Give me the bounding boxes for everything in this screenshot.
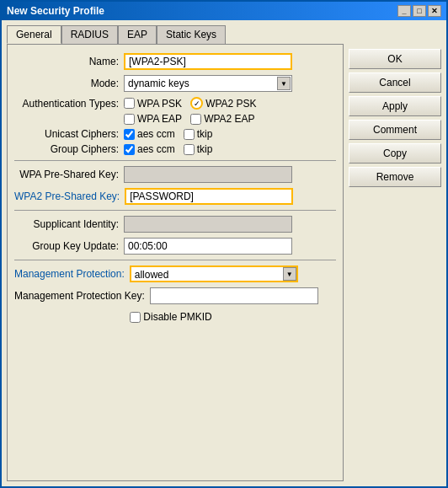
wpa2-psk-group: WPA2 PSK <box>190 97 256 110</box>
title-bar: New Security Profile _ □ ✕ <box>2 2 446 20</box>
name-input[interactable] <box>124 53 292 70</box>
window: New Security Profile _ □ ✕ General RADIU… <box>0 0 448 488</box>
mode-select[interactable]: dynamic keys static keys <box>124 75 292 92</box>
unicast-tkip-checkbox[interactable] <box>184 129 195 140</box>
unicast-ciphers-row: Unicast Ciphers: aes ccm tkip <box>14 128 336 140</box>
unicast-aes-group: aes ccm <box>124 128 175 140</box>
unicast-label: Unicast Ciphers: <box>14 128 124 140</box>
mgmt-protection-key-label: Management Protection Key: <box>14 290 150 302</box>
wpa2-eap-label: WPA2 EAP <box>204 113 254 125</box>
wpa2-psk-input[interactable] <box>125 188 293 205</box>
tab-radius[interactable]: RADIUS <box>61 25 118 44</box>
wpa-psk-group: WPA PSK <box>124 98 182 110</box>
mgmt-protection-select[interactable]: allowed disabled required <box>130 265 298 282</box>
mode-select-wrapper: dynamic keys static keys ▼ <box>124 75 292 92</box>
wpa-eap-label: WPA EAP <box>137 113 182 125</box>
auth-types-row1: Authentication Types: WPA PSK WPA2 PSK <box>14 97 336 110</box>
close-button[interactable]: ✕ <box>428 5 441 17</box>
wpa2-eap-group: WPA2 EAP <box>190 113 254 125</box>
group-aes-label: aes ccm <box>137 143 175 155</box>
mgmt-protection-key-row: Management Protection Key: <box>14 287 336 304</box>
unicast-tkip-group: tkip <box>184 128 213 140</box>
wpa-psk-key-label: WPA Pre-Shared Key: <box>14 169 124 180</box>
title-bar-buttons: _ □ ✕ <box>397 5 441 17</box>
name-row: Name: <box>14 53 336 70</box>
group-tkip-label: tkip <box>197 143 213 155</box>
title-text: New Security Profile <box>7 5 104 17</box>
tab-general[interactable]: General <box>7 25 61 44</box>
mgmt-protection-row: Management Protection: allowed disabled … <box>14 265 336 282</box>
cancel-button[interactable]: Cancel <box>349 72 441 93</box>
wpa-psk-row: WPA Pre-Shared Key: <box>14 166 336 183</box>
wpa-psk-checkbox[interactable] <box>124 98 135 109</box>
wpa2-psk-key-label: WPA2 Pre-Shared Key: <box>14 190 125 202</box>
wpa2-psk-row: WPA2 Pre-Shared Key: <box>14 188 336 205</box>
wpa-psk-label: WPA PSK <box>137 98 182 110</box>
group-ciphers-row: Group Ciphers: aes ccm tkip <box>14 143 336 155</box>
mgmt-protection-key-input[interactable] <box>150 287 318 304</box>
maximize-button[interactable]: □ <box>413 5 426 17</box>
remove-button[interactable]: Remove <box>349 167 441 187</box>
wpa2-psk-label: WPA2 PSK <box>205 98 256 110</box>
minimize-button[interactable]: _ <box>397 5 411 17</box>
wpa2-psk-checkbox[interactable] <box>190 97 203 110</box>
mgmt-protection-label: Management Protection: <box>14 268 130 280</box>
right-panel: OK Cancel Apply Comment Copy Remove <box>349 25 441 481</box>
pmkid-group: Disable PMKID <box>130 311 211 323</box>
name-label: Name: <box>14 56 124 67</box>
separator2 <box>14 210 336 211</box>
apply-button[interactable]: Apply <box>349 96 441 116</box>
group-tkip-group: tkip <box>184 143 213 155</box>
ok-button[interactable]: OK <box>349 49 441 69</box>
disable-pmkid-label: Disable PMKID <box>143 311 211 323</box>
separator1 <box>14 160 336 161</box>
group-key-input[interactable] <box>124 238 292 255</box>
tabs: General RADIUS EAP Static Keys <box>7 25 344 44</box>
copy-button[interactable]: Copy <box>349 143 441 164</box>
auth-types-row2: WPA EAP WPA2 EAP <box>14 113 336 125</box>
content: General RADIUS EAP Static Keys Name: <box>2 20 446 486</box>
group-key-label: Group Key Update: <box>14 240 124 252</box>
supplicant-row: Supplicant Identity: <box>14 216 336 233</box>
wpa-psk-input[interactable] <box>124 166 292 183</box>
group-key-row: Group Key Update: <box>14 238 336 255</box>
supplicant-input[interactable] <box>124 216 292 233</box>
tab-static-keys[interactable]: Static Keys <box>157 25 226 44</box>
mode-label: Mode: <box>14 78 124 89</box>
tab-eap[interactable]: EAP <box>118 25 157 44</box>
mode-row: Mode: dynamic keys static keys ▼ <box>14 75 336 92</box>
unicast-tkip-label: tkip <box>197 128 213 140</box>
disable-pmkid-checkbox[interactable] <box>130 312 141 323</box>
wpa-eap-group: WPA EAP <box>124 113 182 125</box>
left-panel: General RADIUS EAP Static Keys Name: <box>7 25 344 481</box>
wpa-eap-checkbox[interactable] <box>124 114 135 125</box>
group-aes-checkbox[interactable] <box>124 144 135 155</box>
supplicant-label: Supplicant Identity: <box>14 218 124 230</box>
group-label: Group Ciphers: <box>14 143 124 155</box>
group-aes-group: aes ccm <box>124 143 175 155</box>
pmkid-row: Disable PMKID <box>14 311 336 323</box>
mgmt-protection-select-wrapper: allowed disabled required ▼ <box>130 265 298 282</box>
comment-button[interactable]: Comment <box>349 120 441 140</box>
separator3 <box>14 260 336 260</box>
auth-types-label: Authentication Types: <box>14 98 124 110</box>
group-tkip-checkbox[interactable] <box>184 144 195 155</box>
tab-content: Name: Mode: dynamic keys static keys ▼ <box>7 44 344 481</box>
unicast-aes-checkbox[interactable] <box>124 129 135 140</box>
unicast-aes-label: aes ccm <box>137 128 175 140</box>
wpa2-eap-checkbox[interactable] <box>190 114 201 125</box>
